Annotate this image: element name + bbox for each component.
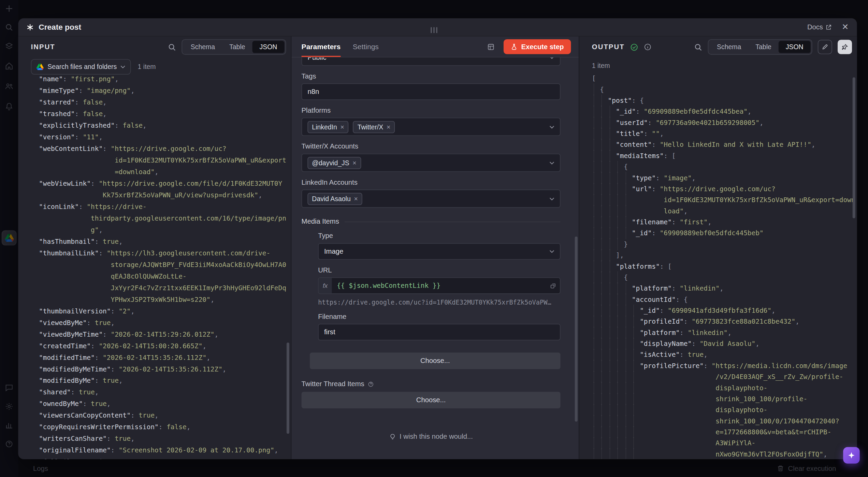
ai-assistant-button[interactable]	[843, 447, 860, 463]
media-type-value: Image	[324, 248, 343, 255]
search-icon[interactable]	[168, 43, 176, 51]
json-line: [	[592, 73, 857, 84]
wish-link[interactable]: I wish this node would...	[302, 433, 561, 440]
view-tab-schema[interactable]: Schema	[710, 41, 748, 53]
media-items-section: Media Items	[302, 218, 561, 226]
tab-parameters[interactable]: Parameters	[302, 43, 341, 57]
filename-input[interactable]: first	[318, 324, 560, 340]
json-line: {	[592, 84, 857, 95]
execute-step-label: Execute step	[521, 43, 564, 51]
tags-value: n8n	[307, 88, 319, 96]
chip-david-asaolu[interactable]: David Asaolu×	[307, 193, 362, 205]
close-icon[interactable]: ✕	[842, 22, 849, 32]
json-line: "iconLink": "https://drive-	[31, 201, 291, 213]
edit-output-button[interactable]	[818, 40, 832, 54]
output-panel: OUTPUT SchemaTableJSON 1 item [ { "post"…	[579, 37, 857, 459]
twitter-accounts-select[interactable]: @dayvid_JS×	[302, 154, 561, 172]
success-check-icon	[630, 43, 638, 51]
docs-link[interactable]: Docs	[807, 23, 832, 31]
view-tab-json[interactable]: JSON	[252, 41, 285, 53]
chip-remove-icon[interactable]: ×	[354, 195, 358, 202]
parameters-scrollbar[interactable]	[575, 237, 578, 422]
view-tab-schema[interactable]: Schema	[184, 41, 222, 53]
json-line: "originalFilename": "Screenshot 2026-02-…	[31, 445, 291, 457]
panel-settings-icon[interactable]	[487, 43, 495, 51]
view-tab-table[interactable]: Table	[748, 41, 779, 53]
chip--dayvid-js[interactable]: @dayvid_JS×	[307, 157, 361, 169]
json-line: qEAJ8cOlQUwWZoLtLe-	[31, 271, 291, 282]
tags-input[interactable]: n8n	[302, 83, 561, 100]
view-tab-json[interactable]: JSON	[779, 41, 811, 53]
chip-linkedin[interactable]: LinkedIn×	[307, 121, 348, 133]
search-icon[interactable]	[694, 43, 703, 51]
media-type-select[interactable]: Image	[318, 243, 560, 260]
linkedin-accounts-chips: David Asaolu×	[307, 193, 362, 205]
json-line: "webContentLink": "https://drive.google.…	[31, 143, 291, 155]
json-line: "platform": "linkedin",	[592, 283, 857, 294]
output-panel-title: OUTPUT	[592, 43, 625, 51]
json-line: "mimeType": "image/png",	[31, 85, 291, 97]
chip-remove-icon[interactable]: ×	[352, 159, 356, 167]
pin-icon	[841, 44, 848, 50]
output-panel-header: OUTPUT SchemaTableJSON	[579, 37, 857, 57]
parameters-tabs-row: Parameters Settings Execute step	[291, 37, 579, 57]
chip-label: @dayvid_JS	[312, 159, 349, 167]
media-items-choose-button[interactable]: Choose...	[310, 352, 561, 369]
tab-settings[interactable]: Settings	[353, 43, 379, 57]
parameters-panel: Parameters Settings Execute step Public	[291, 37, 579, 459]
node-details-modal: Create post Docs ✕ INPUT SchemaTableJSON	[18, 18, 857, 459]
json-line: ],	[592, 250, 857, 261]
expression-preview: https://drive.google.com/uc?id=1F0KdE32M…	[318, 298, 560, 306]
json-line: "content": "Hello LinkedIn and X with La…	[592, 139, 857, 150]
visibility-select[interactable]: Public	[302, 57, 561, 66]
execute-step-button[interactable]: Execute step	[504, 39, 571, 54]
output-scrollbar[interactable]	[853, 78, 855, 219]
input-view-tabs: SchemaTableJSON	[182, 39, 286, 55]
url-expression-value[interactable]: {{ $json.webContentLink }}	[332, 278, 546, 293]
json-line: "createdTime": "2026-02-14T15:00:20.665Z…	[31, 340, 291, 352]
json-line: "post": {	[592, 95, 857, 106]
twitter-thread-choose-button[interactable]: Choose...	[302, 392, 561, 408]
chip-label: David Asaolu	[312, 195, 350, 202]
twitter-thread-row: Twitter Thread Items	[302, 380, 561, 388]
chevron-down-icon	[549, 57, 554, 59]
chip-remove-icon[interactable]: ×	[387, 123, 390, 131]
json-line: "type": "image",	[592, 172, 857, 183]
pin-data-button[interactable]	[838, 40, 852, 54]
chip-twitter-x[interactable]: Twitter/X×	[353, 121, 395, 133]
screen: Logs Clear execution Create post Docs ✕	[0, 0, 868, 477]
view-tab-table[interactable]: Table	[222, 41, 252, 53]
platforms-chips: LinkedIn×Twitter/X×	[307, 121, 395, 133]
json-line: "accountId": {	[592, 294, 857, 305]
expand-expression-icon[interactable]	[546, 278, 560, 293]
json-line: displayphoto-	[592, 405, 857, 416]
json-line: "filename": "first",	[592, 216, 857, 227]
json-line: thirdparty.googleusercontent.com/16/type…	[31, 213, 291, 224]
input-scrollbar[interactable]	[287, 342, 289, 434]
json-line: "title": "",	[592, 128, 857, 139]
platforms-select[interactable]: LinkedIn×Twitter/X×	[302, 118, 561, 136]
json-line: displayphoto-	[592, 382, 857, 393]
json-line: shrink_100_100/0/1704470472040?	[592, 416, 857, 426]
node-title: Create post	[39, 23, 81, 31]
url-label: URL	[318, 266, 560, 274]
json-line: load",	[592, 206, 857, 216]
wish-label: I wish this node would...	[400, 433, 473, 440]
sparkle-icon	[848, 451, 855, 459]
json-line: "fullFileExtension": "png",	[31, 457, 291, 459]
input-panel-header: INPUT SchemaTableJSON	[18, 37, 291, 57]
linkedin-accounts-select[interactable]: David Asaolu×	[302, 190, 561, 208]
output-item-count: 1 item	[579, 57, 857, 70]
chip-remove-icon[interactable]: ×	[340, 123, 344, 131]
json-line: JxYyr2F4c7vZrz1txx6EEK1ImyPr3hHyGHEo92ld…	[31, 282, 291, 294]
info-icon[interactable]	[644, 43, 652, 51]
help-icon[interactable]	[367, 381, 374, 387]
flask-icon	[511, 43, 517, 50]
input-source-select[interactable]: Search files and folders	[31, 59, 131, 74]
json-line: "viewedByMeTime": "2026-02-14T15:29:26.0…	[31, 329, 291, 340]
url-expression-input[interactable]: fx {{ $json.webContentLink }}	[318, 277, 560, 294]
panel-drag-handle[interactable]	[431, 27, 437, 33]
json-line: Kk75xrBfZk5oVaPWN_uR/view?usp=drivesdk",	[31, 190, 291, 201]
media-items-group: Type Image URL fx {{ $json.webContentLin…	[310, 232, 561, 369]
json-line: "_id": "6990941afd3d49fbfa3f16d6",	[592, 305, 857, 316]
